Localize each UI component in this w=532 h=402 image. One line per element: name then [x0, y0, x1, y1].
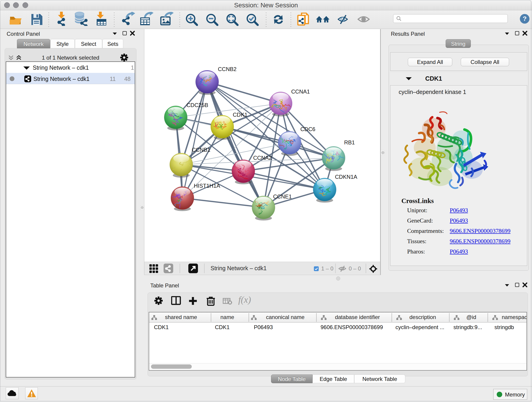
svg-text:?: ? [523, 15, 526, 22]
svg-text:CCNE1: CCNE1 [273, 193, 292, 200]
svg-text:CDK1: CDK1 [233, 112, 247, 118]
svg-text:CDKN1A: CDKN1A [335, 174, 357, 180]
svg-text:CDC6: CDC6 [300, 126, 315, 132]
svg-text:CCNA1: CCNA1 [291, 89, 310, 95]
svg-text:CCNB1: CCNB1 [192, 147, 210, 153]
svg-text:CCNB2: CCNB2 [218, 66, 236, 72]
svg-text:CDC25B: CDC25B [186, 102, 208, 108]
svg-text:HIST1H1A: HIST1H1A [194, 183, 220, 189]
svg-text:RB1: RB1 [344, 139, 355, 146]
svg-text:CCNA2: CCNA2 [253, 155, 272, 161]
